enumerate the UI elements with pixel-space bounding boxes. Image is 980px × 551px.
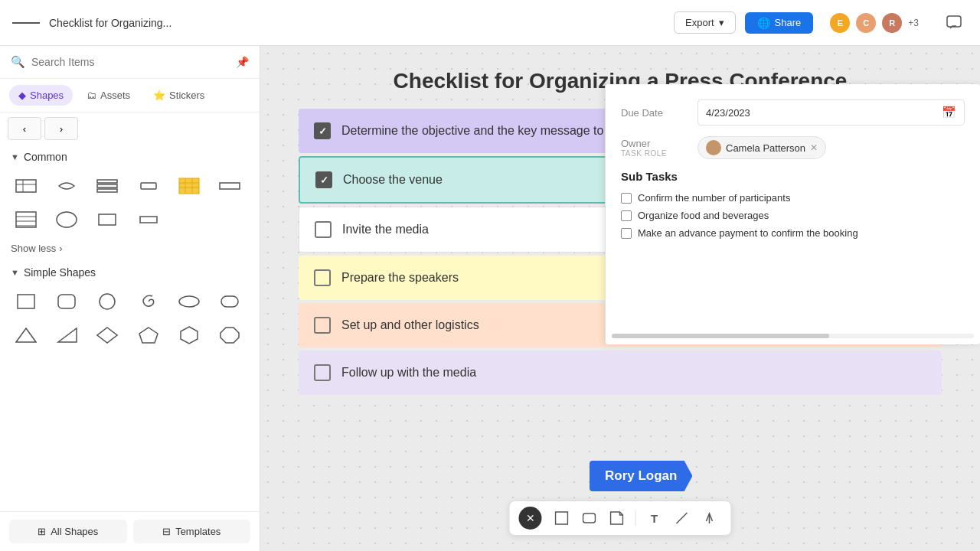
shape-process[interactable]: [50, 171, 83, 201]
shape-table[interactable]: [9, 171, 43, 201]
svg-rect-22: [58, 295, 75, 308]
shape-oval[interactable]: [172, 286, 206, 317]
simple-shapes-grid: [0, 282, 260, 355]
tab-shapes[interactable]: ◆ Shapes: [9, 85, 73, 106]
scroll-left-btn[interactable]: ‹: [8, 117, 41, 140]
svg-marker-29: [139, 328, 158, 343]
subtask-text-3: Make an advance payment to confirm the b…: [638, 227, 858, 239]
all-shapes-button[interactable]: ⊞ All Shapes: [9, 520, 127, 543]
owner-row: Owner TASK ROLE Camela Patterson ✕: [621, 136, 965, 159]
templates-button[interactable]: ⊟ Templates: [133, 520, 251, 543]
panel-scrollbar-bottom[interactable]: [612, 334, 974, 338]
shape-wide-rect[interactable]: [213, 171, 247, 201]
calendar-icon[interactable]: 📅: [942, 106, 956, 119]
due-date-input[interactable]: 4/23/2023 📅: [697, 99, 965, 126]
tab-stickers[interactable]: ⭐ Stickers: [144, 85, 214, 106]
shape-rounded[interactable]: [50, 286, 83, 317]
subtask-text-1: Confirm the number of participants: [638, 192, 790, 204]
shape-spiral[interactable]: [132, 286, 165, 317]
rory-logan-tag: Rory Logan: [590, 461, 692, 491]
checkbox-2[interactable]: [315, 171, 332, 188]
rounded-rect-tool[interactable]: [577, 506, 602, 530]
checkbox-5[interactable]: [314, 317, 331, 334]
shape-rect[interactable]: [90, 204, 124, 235]
subtask-item-3[interactable]: Make an advance payment to confirm the b…: [621, 227, 965, 239]
checklist-item-5-text: Set up and other logistics: [341, 318, 479, 332]
shape-circle[interactable]: [90, 286, 124, 317]
shape-diamond[interactable]: [90, 320, 124, 350]
shape-lines[interactable]: [9, 204, 43, 235]
share-button[interactable]: 🌐 Share: [745, 12, 814, 34]
collaborator-avatars: E C R +3: [828, 11, 919, 34]
checklist-item-3-text: Invite the media: [342, 223, 429, 236]
shape-sq[interactable]: [9, 286, 43, 317]
svg-marker-27: [58, 328, 77, 342]
subtask-checkbox-1[interactable]: [621, 193, 632, 204]
common-arrow-icon: ▼: [11, 152, 19, 161]
svg-rect-19: [99, 214, 116, 225]
remove-owner-icon[interactable]: ✕: [810, 142, 818, 153]
all-shapes-label: All Shapes: [51, 526, 98, 537]
avatar-2: C: [854, 11, 877, 34]
canvas-area[interactable]: Checklist for Organizing a Press Confere…: [260, 46, 980, 551]
shape-tabs: ◆ Shapes 🗂 Assets ⭐ Stickers: [0, 79, 260, 112]
shape-rect-list[interactable]: [90, 171, 124, 201]
checkbox-3[interactable]: [315, 221, 332, 238]
left-panel: 🔍 📌 ◆ Shapes 🗂 Assets ⭐ Stickers ‹ ›: [0, 46, 260, 551]
shape-pentagon[interactable]: [132, 320, 165, 350]
svg-line-35: [677, 513, 688, 523]
checkbox-1[interactable]: [314, 122, 331, 139]
shape-rounded2[interactable]: [213, 286, 247, 317]
checklist-item-6[interactable]: Follow up with the media: [299, 350, 942, 395]
pin-icon[interactable]: 📌: [236, 56, 249, 68]
due-date-label: Due Date: [621, 107, 690, 119]
owner-chip[interactable]: Camela Patterson ✕: [697, 136, 826, 159]
shape-yellow-grid[interactable]: [172, 171, 206, 201]
arrow-tool[interactable]: [697, 506, 722, 530]
comment-button[interactable]: [940, 9, 968, 37]
checkbox-4[interactable]: [314, 269, 331, 286]
close-button[interactable]: ✕: [519, 507, 542, 530]
subtask-checkbox-2[interactable]: [621, 210, 632, 221]
checkbox-6[interactable]: [314, 364, 331, 381]
shape-right-triangle[interactable]: [50, 320, 83, 350]
document-title: Checklist for Organizing...: [49, 17, 172, 29]
side-panel: Due Date 4/23/2023 📅 Owner TASK ROLE Cam…: [605, 84, 980, 344]
assets-tab-icon: 🗂: [87, 90, 96, 101]
text-tool[interactable]: T: [642, 506, 667, 530]
common-section-title: Common: [24, 151, 67, 163]
line-tool[interactable]: [670, 506, 694, 530]
subtask-checkbox-3[interactable]: [621, 228, 632, 239]
svg-rect-8: [179, 178, 199, 194]
shape-rect2[interactable]: [132, 204, 165, 235]
scroll-row: ‹ ›: [0, 112, 260, 145]
svg-marker-30: [181, 327, 198, 344]
shape-triangle[interactable]: [9, 320, 43, 350]
search-input[interactable]: [31, 56, 230, 68]
simple-shapes-section-header[interactable]: ▼ Simple Shapes: [0, 260, 260, 282]
checklist-item-4-text: Prepare the speakers: [341, 271, 459, 285]
shape-hexagon[interactable]: [172, 320, 206, 350]
rectangle-tool[interactable]: [550, 506, 574, 530]
tab-assets[interactable]: 🗂 Assets: [77, 85, 139, 106]
checklist-item-2-text: Choose the venue: [343, 173, 443, 187]
svg-marker-26: [16, 328, 36, 342]
common-section-header[interactable]: ▼ Common: [0, 145, 260, 166]
shape-ellipse[interactable]: [50, 204, 83, 235]
subtask-item-1[interactable]: Confirm the number of participants: [621, 192, 965, 204]
subtask-item-2[interactable]: Organize food and beverages: [621, 210, 965, 221]
export-button[interactable]: Export ▾: [674, 11, 736, 34]
bottom-buttons: ⊞ All Shapes ⊟ Templates: [0, 511, 260, 551]
show-less-row[interactable]: Show less ›: [0, 240, 260, 260]
svg-rect-1: [16, 180, 36, 192]
share-label: Share: [775, 17, 802, 28]
shape-octagon[interactable]: [213, 320, 247, 350]
menu-button[interactable]: [12, 9, 40, 37]
due-date-row: Due Date 4/23/2023 📅: [621, 99, 965, 126]
shape-small[interactable]: [132, 171, 165, 201]
templates-icon: ⊟: [162, 526, 171, 537]
folded-tool[interactable]: [605, 506, 629, 530]
search-icon: 🔍: [11, 55, 25, 69]
scroll-right-btn[interactable]: ›: [44, 117, 78, 140]
svg-rect-13: [220, 183, 240, 189]
